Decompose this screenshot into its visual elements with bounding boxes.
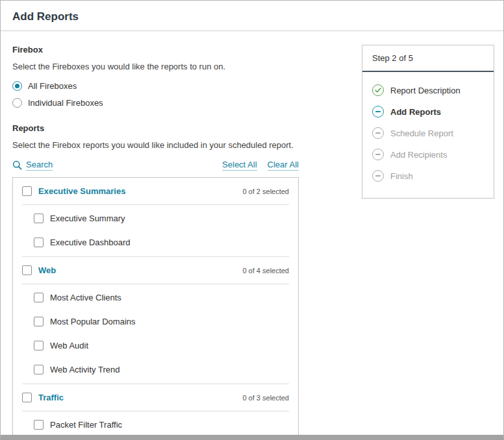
report-item[interactable]: Web Audit: [22, 334, 289, 358]
item-label: Executive Summary: [50, 214, 125, 223]
report-list: Executive Summaries 0 of 2 selected Exec…: [12, 177, 299, 439]
wizard-step-add-reports: Add Reports: [372, 106, 484, 117]
group-items: Executive Summary Executive Dashboard: [13, 205, 298, 256]
main-column: Firebox Select the Fireboxes you would l…: [12, 45, 299, 440]
group-selected-count: 0 of 4 selected: [242, 267, 289, 275]
wizard-step-add-recipients: Add Recipients: [372, 149, 484, 160]
step-label: Finish: [390, 171, 413, 181]
item-checkbox[interactable]: [34, 293, 44, 302]
report-group-traffic: Traffic 0 of 3 selected Packet Filter Tr…: [13, 384, 298, 439]
report-item[interactable]: Most Active Clients: [22, 286, 289, 310]
add-reports-page: Add Reports Firebox Select the Fireboxes…: [0, 0, 504, 440]
step-pending-dash-icon: [372, 149, 384, 160]
group-selected-count: 0 of 3 selected: [242, 394, 289, 402]
wizard-step-report-description: Report Description: [372, 84, 484, 96]
group-items: Most Active Clients Most Popular Domains…: [13, 284, 298, 384]
wizard-panel: Step 2 of 5 Report Description Add Repor…: [362, 45, 494, 199]
search-label: Search: [26, 160, 53, 171]
radio-button-selected-icon[interactable]: [12, 81, 22, 91]
reports-toolbar: Search Select All Clear All: [12, 160, 299, 171]
report-group-header: Web 0 of 4 selected: [22, 256, 289, 284]
item-label: Packet Filter Traffic: [50, 420, 122, 430]
group-name-link[interactable]: Web: [38, 265, 56, 275]
report-item[interactable]: Web Activity Trend: [22, 358, 289, 382]
report-group-header: Traffic 0 of 3 selected: [22, 384, 289, 411]
group-selected-count: 0 of 2 selected: [242, 188, 289, 195]
firebox-description: Select the Fireboxes you would like the …: [12, 62, 299, 71]
reports-heading: Reports: [12, 123, 299, 133]
group-checkbox[interactable]: [22, 393, 32, 402]
item-label: Most Popular Domains: [50, 317, 136, 326]
item-label: Web Audit: [50, 341, 88, 350]
search-icon: [12, 160, 22, 170]
step-current-dash-icon: [372, 106, 384, 117]
step-label: Add Reports: [390, 107, 441, 117]
radio-label-all-fireboxes: All Fireboxes: [28, 81, 77, 91]
step-pending-dash-icon: [372, 127, 384, 139]
clear-all-link[interactable]: Clear All: [268, 160, 299, 171]
wizard-step-counter: Step 2 of 5: [362, 45, 494, 72]
radio-all-fireboxes[interactable]: All Fireboxes: [12, 81, 299, 91]
step-label: Schedule Report: [390, 128, 453, 138]
reports-description: Select the Firebox reports you would lik…: [12, 140, 299, 150]
report-group-executive-summaries: Executive Summaries 0 of 2 selected Exec…: [13, 178, 298, 256]
item-label: Most Active Clients: [50, 293, 121, 302]
select-all-link[interactable]: Select All: [222, 160, 257, 171]
step-label: Add Recipients: [390, 150, 447, 160]
group-checkbox[interactable]: [22, 265, 32, 275]
report-item[interactable]: Executive Summary: [22, 206, 289, 230]
item-checkbox[interactable]: [34, 341, 44, 350]
group-name-link[interactable]: Executive Summaries: [38, 186, 125, 196]
item-checkbox[interactable]: [34, 420, 44, 430]
wizard-step-list: Report Description Add Reports Schedule …: [362, 72, 494, 198]
step-complete-check-icon: [372, 84, 384, 96]
item-checkbox[interactable]: [34, 365, 44, 374]
report-item[interactable]: Executive Dashboard: [22, 230, 289, 254]
wizard-step-schedule-report: Schedule Report: [372, 127, 484, 139]
search-button[interactable]: Search: [12, 160, 53, 171]
report-item[interactable]: Packet Filter Traffic: [22, 413, 289, 437]
group-name-link[interactable]: Traffic: [38, 393, 64, 402]
firebox-heading: Firebox: [12, 45, 299, 55]
group-items: Packet Filter Traffic: [13, 411, 298, 439]
report-group-header: Executive Summaries 0 of 2 selected: [22, 178, 289, 205]
step-label: Report Description: [390, 86, 460, 95]
page-header: Add Reports: [1, 1, 503, 31]
item-checkbox[interactable]: [34, 214, 44, 223]
page-title: Add Reports: [12, 10, 492, 23]
report-group-web: Web 0 of 4 selected Most Active Clients …: [13, 256, 298, 384]
wizard-column: Step 2 of 5 Report Description Add Repor…: [362, 45, 494, 440]
content-area: Firebox Select the Fireboxes you would l…: [1, 31, 503, 440]
report-item[interactable]: Most Popular Domains: [22, 310, 289, 334]
item-label: Executive Dashboard: [50, 238, 131, 247]
radio-individual-fireboxes[interactable]: Individual Fireboxes: [12, 98, 299, 108]
item-checkbox[interactable]: [34, 238, 44, 247]
item-checkbox[interactable]: [34, 317, 44, 326]
item-label: Web Activity Trend: [50, 365, 120, 374]
step-pending-dash-icon: [372, 170, 384, 182]
radio-button-unselected-icon[interactable]: [12, 98, 22, 108]
wizard-step-finish: Finish: [372, 170, 484, 182]
radio-label-individual-fireboxes: Individual Fireboxes: [28, 98, 103, 108]
group-checkbox[interactable]: [22, 186, 32, 196]
